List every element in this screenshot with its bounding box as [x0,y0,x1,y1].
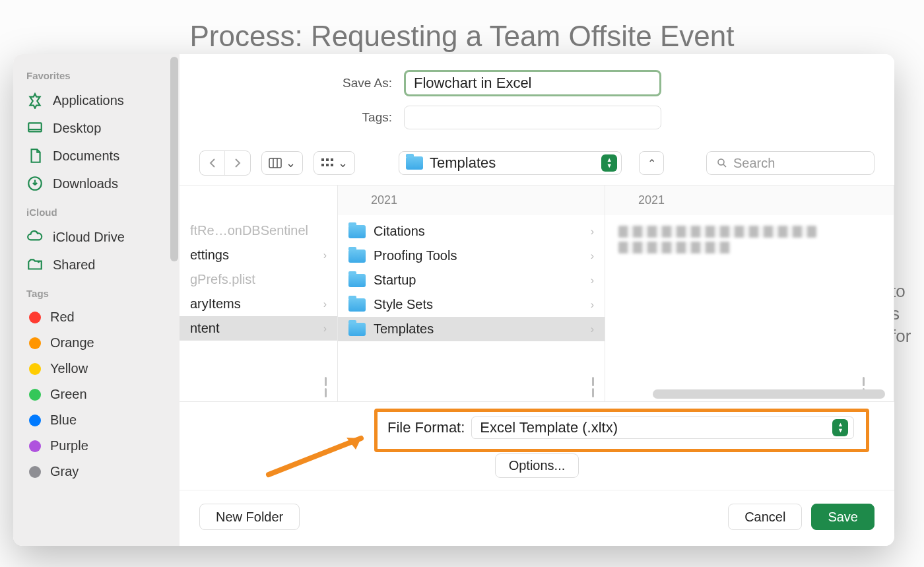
sidebar-item-label: Gray [50,464,79,479]
sidebar-item-shared[interactable]: Shared [13,251,180,279]
chevron-right-icon: › [323,298,327,310]
file-format-label: File Format: [387,419,465,436]
downloads-icon [26,175,44,192]
column-browser: ftRe…onDBSentinel ettings› gPrefs.plist … [180,185,894,402]
forward-button[interactable] [225,151,250,175]
shared-folder-icon [26,256,44,273]
column-scroll-indicator[interactable] [586,377,599,397]
browser-column-1: ftRe…onDBSentinel ettings› gPrefs.plist … [180,185,338,401]
bg-text: to s for [891,281,924,347]
search-placeholder: Search [733,156,775,171]
chevron-right-icon: › [323,250,327,261]
sidebar-item-label: Applications [53,93,124,108]
tags-input[interactable] [404,106,661,129]
sidebar-item-desktop[interactable]: Desktop [13,114,180,142]
chevron-right-icon: › [591,299,594,311]
tag-dot-icon [29,415,41,426]
svg-rect-5 [326,158,329,161]
dropdown-chevron-icon: ▲▼ [601,154,617,172]
sidebar-item-label: Orange [50,335,94,350]
sidebar-tag-orange[interactable]: Orange [13,330,180,356]
list-item[interactable]: Citations› [338,219,605,244]
chevron-down-icon: ⌄ [338,156,348,170]
cloud-icon [26,228,44,246]
sidebar-scrollbar[interactable] [170,57,178,261]
tag-dot-icon [29,312,41,323]
sidebar-tag-yellow[interactable]: Yellow [13,356,180,382]
tag-dot-icon [29,389,41,401]
chevron-down-icon: ⌄ [286,156,296,170]
chevron-right-icon: › [591,275,594,286]
tag-dot-icon [29,363,41,375]
list-item[interactable]: Startup› [338,268,605,292]
save-as-label: Save As: [180,76,404,90]
list-item[interactable]: ftRe…onDBSentinel [180,218,337,243]
dialog-footer: New Folder Cancel Save [180,490,894,546]
list-item[interactable]: Templates› [338,317,605,341]
browser-toolbar: ⌄ ⌄ Templates ▲▼ ⌃ Search [180,147,894,185]
sidebar: Favorites Applications Desktop Documents… [13,54,180,546]
top-fields: Save As: Tags: [180,54,894,147]
svg-rect-8 [326,164,329,166]
sidebar-item-applications[interactable]: Applications [13,86,180,114]
search-icon [716,157,728,169]
save-dialog: Favorites Applications Desktop Documents… [13,54,894,546]
main-panel: Save As: Tags: ⌄ [180,54,894,546]
list-item[interactable]: aryItems› [180,292,337,316]
horizontal-scrollbar[interactable] [653,389,885,399]
sidebar-tag-red[interactable]: Red [13,304,180,330]
new-folder-button[interactable]: New Folder [199,504,300,530]
list-item[interactable]: Style Sets› [338,292,605,317]
folder-icon [348,298,366,312]
svg-point-10 [718,159,724,165]
sidebar-tag-purple[interactable]: Purple [13,433,180,459]
sidebar-item-label: Blue [50,413,77,428]
sidebar-item-label: Shared [53,257,96,273]
chevron-up-icon: ⌃ [647,157,656,170]
location-dropdown[interactable]: Templates ▲▼ [399,151,622,175]
svg-point-2 [38,261,40,263]
column-header: 2021 [605,185,894,215]
cancel-button[interactable]: Cancel [728,504,802,530]
options-button[interactable]: Options... [495,453,579,478]
tag-dot-icon [29,337,41,349]
svg-rect-3 [269,158,281,168]
location-label: Templates [430,154,496,172]
file-format-select[interactable]: Excel Template (.xltx) ▲▼ [471,417,854,439]
browser-column-3: 2021 [605,185,894,401]
list-item[interactable]: ettings› [180,243,337,267]
chevron-right-icon: › [591,323,594,335]
save-button[interactable]: Save [811,504,874,530]
dropdown-chevron-icon: ▲▼ [832,419,848,436]
sidebar-item-label: Yellow [50,361,88,376]
chevron-right-icon: › [591,226,594,238]
sidebar-item-label: Desktop [53,121,101,136]
view-group-button[interactable]: ⌄ [314,151,355,175]
save-as-input[interactable] [404,70,661,96]
sidebar-item-label: Red [50,310,75,325]
search-input[interactable]: Search [706,151,874,175]
sidebar-item-documents[interactable]: Documents [13,142,180,170]
chevron-right-icon: › [323,323,327,335]
column-scroll-indicator[interactable] [319,377,332,397]
bg-title: Process: Requesting a Team Offsite Event [0,20,924,53]
list-item[interactable]: ntent› [180,316,337,341]
list-item[interactable]: gPrefs.plist [180,267,337,292]
sidebar-item-downloads[interactable]: Downloads [13,170,180,197]
documents-icon [26,147,44,164]
applications-icon [26,92,44,109]
svg-rect-6 [331,158,333,161]
file-format-value: Excel Template (.xltx) [480,419,618,436]
sidebar-item-icloud-drive[interactable]: iCloud Drive [13,223,180,251]
sidebar-tag-blue[interactable]: Blue [13,407,180,433]
sidebar-item-label: Downloads [53,176,118,191]
svg-rect-4 [321,158,324,161]
sidebar-tag-green[interactable]: Green [13,382,180,407]
sidebar-item-label: Green [50,387,87,402]
view-columns-button[interactable]: ⌄ [261,151,303,175]
collapse-button[interactable]: ⌃ [639,151,664,175]
back-button[interactable] [200,151,225,175]
sidebar-tag-gray[interactable]: Gray [13,459,180,484]
list-item[interactable]: Proofing Tools› [338,244,605,268]
redacted-item [618,242,731,253]
